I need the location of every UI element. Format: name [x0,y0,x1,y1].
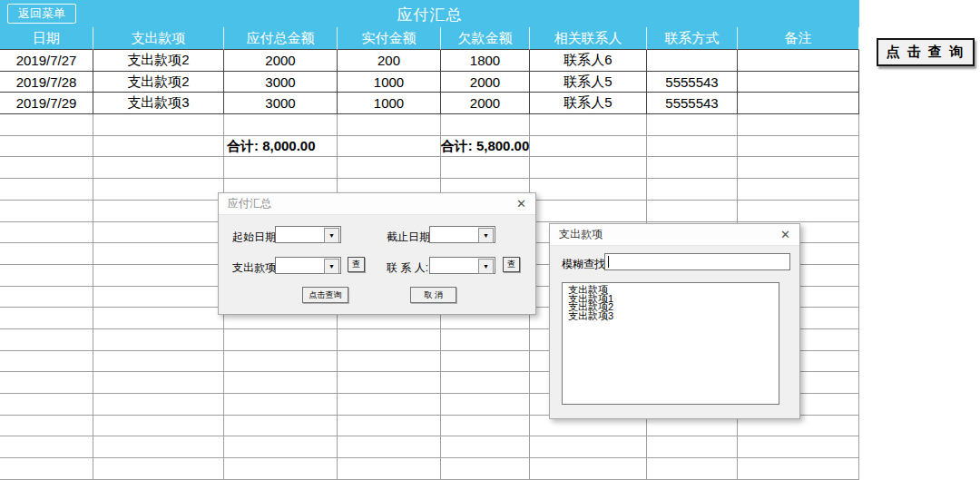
table-cell[interactable] [647,179,738,201]
table-cell[interactable] [93,201,224,222]
table-cell[interactable] [93,265,224,287]
table-cell[interactable] [0,394,93,416]
expense-dialog-titlebar[interactable]: 支出款项 ✕ [550,224,799,246]
table-cell[interactable] [530,114,647,136]
column-header[interactable]: 相关联系人 [530,27,647,50]
table-cell[interactable]: 支出款项2 [93,50,224,72]
table-cell[interactable]: 200 [338,50,441,72]
table-cell[interactable] [738,114,859,136]
table-cell[interactable] [530,201,647,222]
table-cell[interactable]: 联系人6 [530,50,647,72]
table-cell[interactable]: 支出款项2 [93,72,224,93]
table-cell[interactable] [441,458,530,480]
table-cell[interactable] [224,157,338,179]
table-cell[interactable] [93,416,224,437]
column-header[interactable]: 实付金额 [338,27,441,50]
column-header[interactable]: 联系方式 [647,27,738,50]
table-cell[interactable] [93,114,224,136]
table-cell[interactable] [647,114,738,136]
chevron-down-icon[interactable]: ▼ [478,228,494,243]
table-cell[interactable] [0,351,93,373]
table-cell[interactable] [93,458,224,480]
table-cell[interactable] [530,436,647,458]
table-cell[interactable]: 2019/7/27 [0,50,93,72]
table-cell[interactable]: 联系人5 [530,93,647,114]
contact-combobox[interactable]: ▼ [429,257,495,274]
table-cell[interactable] [647,157,738,179]
table-cell[interactable] [738,72,859,93]
table-cell[interactable] [338,136,441,158]
table-cell[interactable] [530,136,647,158]
table-cell[interactable] [93,436,224,458]
table-cell[interactable]: 支出款项3 [93,93,224,114]
table-cell[interactable] [224,351,338,373]
table-cell[interactable] [647,458,738,480]
expense-lookup-button[interactable]: 查 [348,257,365,272]
table-cell[interactable] [441,351,530,373]
table-cell[interactable] [530,157,647,179]
table-cell[interactable] [0,222,93,244]
main-query-button[interactable]: 点 击 查 询 [877,38,975,66]
table-cell[interactable] [530,458,647,480]
table-cell[interactable] [224,372,338,394]
table-cell[interactable] [224,394,338,416]
table-cell[interactable]: 合计: 8,000.00 [224,136,338,158]
table-cell[interactable] [738,201,859,222]
table-cell[interactable] [0,136,93,158]
table-cell[interactable] [93,372,224,394]
column-header[interactable]: 备注 [738,27,859,50]
table-cell[interactable] [0,372,93,394]
table-cell[interactable]: 2019/7/28 [0,72,93,93]
table-cell[interactable]: 1000 [338,72,441,93]
table-cell[interactable] [338,157,441,179]
table-cell[interactable] [224,416,338,437]
table-cell[interactable] [441,329,530,351]
column-header[interactable]: 应付总金额 [224,27,338,50]
column-header[interactable]: 支出款项 [93,27,224,50]
table-cell[interactable] [738,436,859,458]
table-cell[interactable] [93,394,224,416]
table-cell[interactable] [0,243,93,265]
dialog-cancel-button[interactable]: 取 消 [410,287,456,303]
table-cell[interactable] [441,416,530,437]
chevron-down-icon[interactable]: ▼ [324,228,339,243]
dialog-query-button[interactable]: 点击查询 [302,287,348,303]
table-cell[interactable] [738,50,859,72]
expense-items-listbox[interactable]: 支出款项支出款项1支出款项2支出款项3 [562,282,779,405]
table-cell[interactable] [0,436,93,458]
table-cell[interactable] [0,157,93,179]
table-cell[interactable] [0,179,93,201]
table-cell[interactable] [93,287,224,309]
table-cell[interactable] [338,114,441,136]
table-cell[interactable] [338,329,441,351]
table-cell[interactable] [0,114,93,136]
table-cell[interactable] [738,179,859,201]
table-cell[interactable] [224,329,338,351]
table-cell[interactable] [647,436,738,458]
table-cell[interactable] [738,93,859,114]
table-cell[interactable] [93,243,224,265]
table-cell[interactable]: 联系人5 [530,72,647,93]
table-cell[interactable] [441,157,530,179]
table-cell[interactable] [0,416,93,437]
table-cell[interactable] [93,351,224,373]
table-cell[interactable]: 3000 [224,93,338,114]
close-icon[interactable]: ✕ [780,229,790,240]
table-cell[interactable]: 合计: 5,800.00 [441,136,530,158]
summary-dialog-titlebar[interactable]: 应付汇总 ✕ [219,193,535,215]
table-cell[interactable] [224,458,338,480]
table-cell[interactable] [0,329,93,351]
contact-lookup-button[interactable]: 查 [503,257,520,272]
end-date-combobox[interactable]: ▼ [429,226,495,243]
column-header[interactable]: 欠款金额 [441,27,530,50]
table-cell[interactable] [338,372,441,394]
table-cell[interactable] [338,351,441,373]
table-cell[interactable] [93,222,224,244]
chevron-down-icon[interactable]: ▼ [324,259,339,274]
table-cell[interactable] [224,436,338,458]
table-cell[interactable] [224,114,338,136]
table-cell[interactable] [0,458,93,480]
start-date-combobox[interactable]: ▼ [275,226,341,243]
close-icon[interactable]: ✕ [516,198,526,210]
table-cell[interactable]: 3000 [224,72,338,93]
